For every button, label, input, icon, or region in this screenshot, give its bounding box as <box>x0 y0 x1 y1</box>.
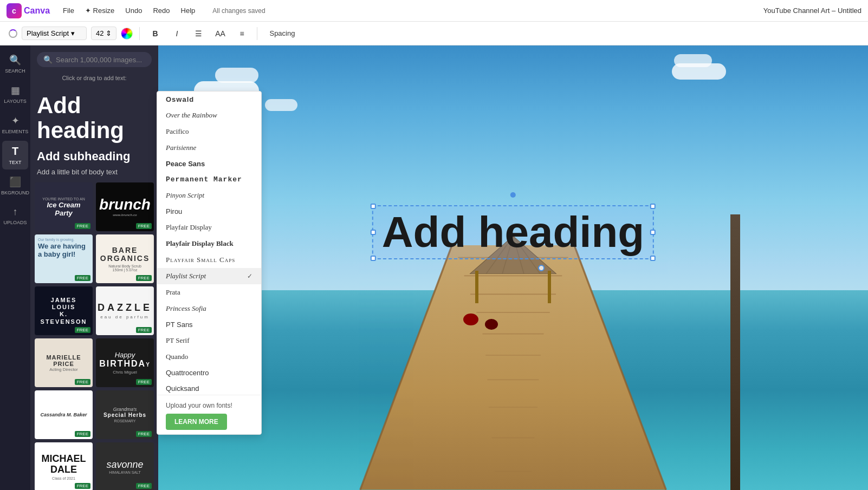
font-item-pinyon-script[interactable]: Pinyon Script <box>157 187 261 204</box>
search-box[interactable]: 🔍 <box>37 52 152 67</box>
font-name-oswald: Oswald <box>166 95 194 103</box>
font-family-selector[interactable]: Playlist Script ▾ <box>22 27 87 40</box>
font-list: Oswald Over the Rainbow Pacifico Parisie… <box>157 92 261 395</box>
template-card-dazzle[interactable]: DAZZLE eau de parfum FREE <box>96 286 154 335</box>
font-name-quicksand: Quicksand <box>166 384 199 393</box>
spacing-button[interactable]: Spacing <box>264 27 300 40</box>
font-item-quando[interactable]: Quando <box>157 349 261 365</box>
menu-undo[interactable]: Undo <box>121 4 146 17</box>
italic-button[interactable]: I <box>168 25 185 42</box>
canvas-area[interactable]: Add heading <box>158 45 868 490</box>
template-card-baby-girl[interactable]: Our family is growing. We are havinga ba… <box>35 234 93 283</box>
text-case-button[interactable]: AA <box>211 25 229 42</box>
font-item-oswald[interactable]: Oswald <box>157 92 261 107</box>
add-heading-template[interactable]: Add heading <box>35 89 154 147</box>
handle-mr[interactable] <box>650 230 656 235</box>
canva-logo-text: Canva <box>24 6 50 16</box>
free-badge: FREE <box>136 275 152 281</box>
template-card-cassandra[interactable]: Cassandra M. Baker FREE <box>35 390 93 439</box>
search-input[interactable] <box>56 56 147 64</box>
learn-more-button[interactable]: LEARN MORE <box>166 414 227 430</box>
nav-layouts[interactable]: ▦ LAYOUTS <box>2 80 28 108</box>
template-card-savonne[interactable]: savonne HIMALAYAN SALT FREE <box>96 442 154 490</box>
template-card-michael[interactable]: MICHAELDALE Class of 2021 FREE <box>35 442 93 490</box>
menu-redo[interactable]: Redo <box>148 4 174 17</box>
font-item-quicksand[interactable]: Quicksand <box>157 381 261 395</box>
font-item-pirou[interactable]: Pirou <box>157 204 261 219</box>
free-badge: FREE <box>75 275 90 281</box>
nav-uploads[interactable]: ↑ UPLOADS <box>2 202 28 230</box>
decor-ball-2 <box>485 319 498 330</box>
font-item-pacifico[interactable]: Pacifico <box>157 123 261 140</box>
font-item-playfair-black[interactable]: Playfair Display Black <box>157 236 261 252</box>
text-color-picker[interactable] <box>121 28 133 40</box>
handle-ml[interactable] <box>371 230 376 235</box>
font-item-pt-sans[interactable]: PT Sans <box>157 317 261 332</box>
list-button[interactable]: ≡ <box>233 25 250 42</box>
search-icon-panel: 🔍 <box>43 55 53 64</box>
free-badge: FREE <box>136 223 152 229</box>
add-body-template[interactable]: Add a little bit of body text <box>35 166 154 178</box>
font-size-value: 42 <box>96 29 103 37</box>
canvas-heading-wrapper[interactable]: Add heading <box>372 205 654 259</box>
font-size-selector[interactable]: 42 ⇕ <box>91 27 116 40</box>
free-badge: FREE <box>136 379 152 385</box>
template-card-brunch[interactable]: brunch www.brunch.co FREE <box>96 182 154 231</box>
canva-logo-icon: c <box>7 3 22 18</box>
rotate-handle[interactable] <box>510 192 516 198</box>
canva-logo[interactable]: c Canva <box>7 3 50 18</box>
font-upload-section: Upload your own fonts! LEARN MORE <box>157 395 261 434</box>
canvas-heading-text: Add heading <box>382 211 644 254</box>
font-item-prata[interactable]: Prata <box>157 284 261 300</box>
nav-search[interactable]: 🔍 SEARCH <box>2 50 28 78</box>
font-name-quattro: Quattrocentro <box>166 369 209 377</box>
handle-br[interactable] <box>650 256 656 261</box>
font-item-parisienne[interactable]: Parisienne <box>157 140 261 156</box>
template-card-ice-cream[interactable]: YOU'RE INVITED TO AN Ice Cream Party FRE… <box>35 182 93 231</box>
font-item-permanent-marker[interactable]: Permanent Marker <box>157 172 261 187</box>
menu-help[interactable]: Help <box>177 4 200 17</box>
auto-save-status: All changes saved <box>212 7 265 15</box>
font-item-over-rainbow[interactable]: Over the Rainbow <box>157 107 261 123</box>
menu-file[interactable]: File <box>59 4 79 17</box>
template-card-happy-bday[interactable]: Happy BIRTHDAY Chris Miguel FREE <box>96 338 154 387</box>
bold-button[interactable]: B <box>146 25 164 42</box>
format-toolbar: Playlist Script ▾ 42 ⇕ B I ☰ AA ≡ Spacin… <box>0 22 868 45</box>
nav-background[interactable]: ⬛ BKGROUND <box>2 172 28 200</box>
text-icon: T <box>12 145 18 158</box>
font-name-playfair-smallcaps: Playfair Small Caps <box>166 256 235 264</box>
font-name-playfair: Playfair Display <box>166 223 212 232</box>
menu-resize[interactable]: ✦ Resize <box>81 4 119 17</box>
nav-text[interactable]: T TEXT <box>2 141 28 169</box>
hut-post-left <box>475 271 478 303</box>
handle-bl[interactable] <box>371 256 376 261</box>
add-subheading-template[interactable]: Add subheading <box>35 147 154 166</box>
font-item-playfair-smallcaps[interactable]: Playfair Small Caps <box>157 252 261 268</box>
font-item-playfair[interactable]: Playfair Display <box>157 219 261 236</box>
template-card-bare-organics[interactable]: BAREORGANICS Natural Body Scrub 150ml | … <box>96 234 154 283</box>
font-item-playlist-script[interactable]: Playlist Script ✓ <box>157 268 261 284</box>
canvas-cursor <box>538 265 545 271</box>
font-name-pinyon-script: Pinyon Script <box>166 191 204 200</box>
template-card-james[interactable]: JAMES LOUISK. STEVENSON FREE <box>35 286 93 335</box>
template-card-marielle[interactable]: MARIELLE PRICE Acting Director FREE <box>35 338 93 387</box>
layouts-icon: ▦ <box>11 84 20 96</box>
font-family-label: Playlist Script <box>27 29 69 37</box>
toolbar-divider-1 <box>139 27 140 40</box>
handle-tl[interactable] <box>371 204 376 209</box>
font-item-pt-serif[interactable]: PT Serif <box>157 332 261 349</box>
free-badge: FREE <box>75 223 90 229</box>
align-button[interactable]: ☰ <box>190 25 207 42</box>
checkmark-icon: ✓ <box>247 272 252 280</box>
font-item-peace-sans[interactable]: Peace Sans <box>157 156 261 172</box>
document-title: YouTube Channel Art – Untitled <box>763 6 861 15</box>
panel-header: 🔍 <box>30 45 158 71</box>
template-card-grandma[interactable]: Grandma's Special Herbs ROSEMARY FREE <box>96 390 154 439</box>
hut-post-right <box>548 271 551 303</box>
font-item-quattro[interactable]: Quattrocentro <box>157 365 261 381</box>
font-name-playlist-script: Playlist Script <box>166 272 206 280</box>
font-item-princess-sofia[interactable]: Princess Sofia <box>157 300 261 317</box>
chevron-down-icon: ▾ <box>71 29 75 37</box>
handle-tr[interactable] <box>650 204 656 209</box>
nav-elements[interactable]: ✦ ELEMENTS <box>2 110 28 139</box>
